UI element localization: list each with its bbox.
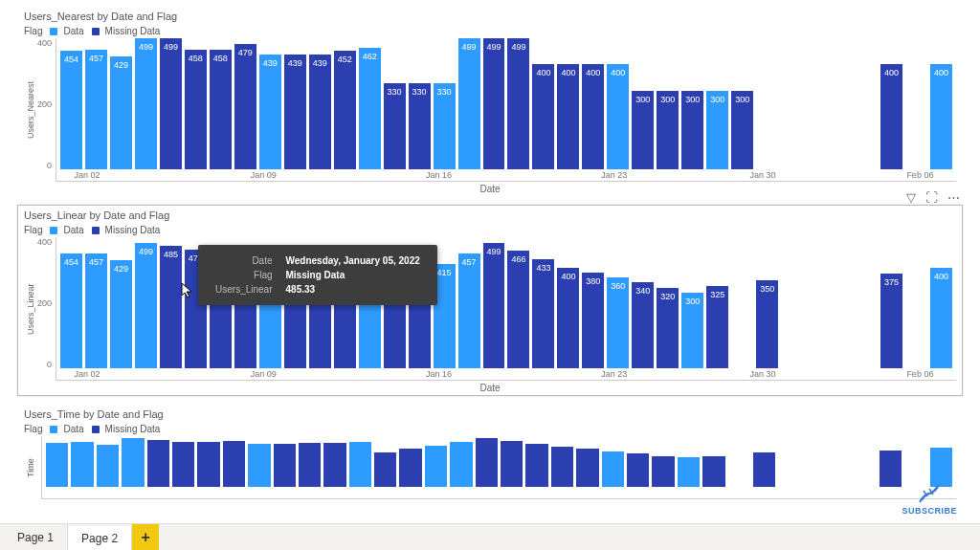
bar[interactable]: 330 bbox=[384, 83, 406, 169]
legend-item-missing[interactable]: Missing Data bbox=[92, 26, 161, 36]
bar[interactable]: 400 bbox=[557, 268, 579, 368]
bar[interactable] bbox=[880, 451, 902, 487]
bar[interactable] bbox=[525, 444, 547, 487]
bar[interactable] bbox=[501, 441, 523, 487]
bar[interactable] bbox=[147, 440, 169, 487]
bar[interactable]: 499 bbox=[135, 38, 157, 169]
bar[interactable]: 499 bbox=[483, 38, 505, 169]
bar[interactable]: 300 bbox=[657, 91, 679, 169]
bar[interactable]: 433 bbox=[532, 259, 554, 368]
bar[interactable]: 330 bbox=[409, 83, 431, 169]
bar[interactable] bbox=[753, 452, 775, 487]
filter-icon[interactable]: ▽ bbox=[906, 190, 916, 205]
bar[interactable] bbox=[223, 441, 245, 487]
bar[interactable] bbox=[576, 449, 598, 487]
bar[interactable]: 499 bbox=[507, 38, 529, 169]
bar[interactable] bbox=[627, 453, 649, 487]
bar[interactable] bbox=[122, 438, 144, 487]
bar[interactable]: 400 bbox=[532, 64, 554, 169]
bar[interactable] bbox=[299, 443, 321, 487]
bar[interactable]: 400 bbox=[930, 268, 952, 368]
bar[interactable] bbox=[930, 448, 952, 487]
bar[interactable]: 375 bbox=[880, 274, 902, 368]
bar[interactable]: 466 bbox=[507, 251, 529, 368]
legend-item-missing[interactable]: Missing Data bbox=[92, 424, 161, 434]
bar[interactable]: 454 bbox=[60, 253, 82, 368]
chart-legend: Flag Data Missing Data bbox=[24, 225, 956, 237]
bar[interactable]: 429 bbox=[110, 56, 132, 169]
bar[interactable]: 400 bbox=[607, 64, 629, 169]
bar[interactable]: 360 bbox=[607, 277, 629, 368]
bar[interactable]: 300 bbox=[632, 91, 654, 169]
bar[interactable] bbox=[97, 445, 119, 487]
bar[interactable] bbox=[71, 442, 93, 487]
bar[interactable] bbox=[46, 443, 68, 487]
bar[interactable] bbox=[450, 442, 472, 487]
bar[interactable]: 400 bbox=[880, 64, 902, 169]
legend-item-data[interactable]: Data bbox=[50, 225, 83, 235]
bar[interactable] bbox=[702, 456, 724, 487]
bar[interactable]: 400 bbox=[557, 64, 579, 169]
xaxis-tick: Feb 06 bbox=[906, 369, 933, 379]
bar[interactable]: 485 bbox=[160, 246, 182, 368]
bar[interactable]: 452 bbox=[334, 51, 356, 169]
legend-item-data[interactable]: Data bbox=[50, 26, 83, 36]
bar[interactable]: 380 bbox=[582, 273, 604, 368]
bar[interactable]: 457 bbox=[458, 253, 480, 368]
bar[interactable]: 499 bbox=[135, 243, 157, 368]
page-tab-1[interactable]: Page 1 bbox=[4, 524, 68, 550]
bar[interactable] bbox=[323, 443, 345, 487]
bar[interactable]: 300 bbox=[681, 91, 703, 169]
bar[interactable]: 457 bbox=[85, 253, 107, 368]
bar[interactable]: 300 bbox=[706, 91, 728, 169]
bar[interactable]: 300 bbox=[681, 293, 703, 368]
add-page-button[interactable]: + bbox=[132, 524, 159, 550]
plot-area[interactable]: 4544574294994994584584794394394394524623… bbox=[56, 38, 956, 182]
visual-users-nearest[interactable]: Users_Nearest by Date and Flag Flag Data… bbox=[17, 6, 963, 197]
page-tab-2[interactable]: Page 2 bbox=[68, 524, 132, 550]
bar[interactable] bbox=[476, 438, 498, 487]
bar[interactable]: 429 bbox=[110, 260, 132, 368]
bar[interactable]: 439 bbox=[259, 55, 281, 169]
bar[interactable]: 330 bbox=[434, 83, 456, 169]
bar[interactable] bbox=[374, 452, 396, 487]
more-icon[interactable]: ⋯ bbox=[947, 190, 960, 205]
bar[interactable]: 454 bbox=[60, 51, 82, 169]
visual-users-time[interactable]: Users_Time by Date and Flag Flag Data Mi… bbox=[17, 404, 963, 502]
visual-users-linear[interactable]: ▽ ⛶ ⋯ Users_Linear by Date and Flag Flag… bbox=[17, 205, 963, 396]
legend-item-missing[interactable]: Missing Data bbox=[92, 225, 161, 235]
plot-area[interactable] bbox=[41, 436, 956, 499]
bar[interactable] bbox=[425, 446, 447, 487]
bar[interactable] bbox=[602, 451, 624, 487]
bar[interactable] bbox=[172, 442, 194, 487]
bar[interactable]: 457 bbox=[85, 50, 107, 169]
bar[interactable]: 458 bbox=[210, 50, 232, 169]
bar[interactable] bbox=[274, 444, 296, 487]
bar[interactable]: 499 bbox=[160, 38, 182, 169]
bar[interactable] bbox=[349, 442, 371, 487]
bar[interactable]: 300 bbox=[731, 91, 753, 169]
bar[interactable] bbox=[197, 442, 219, 487]
bar[interactable]: 499 bbox=[483, 243, 505, 368]
legend-item-data[interactable]: Data bbox=[50, 424, 83, 434]
bar[interactable]: 340 bbox=[632, 282, 654, 368]
bar[interactable]: 458 bbox=[185, 50, 207, 169]
bar[interactable]: 499 bbox=[458, 38, 480, 169]
bar[interactable] bbox=[248, 444, 270, 487]
bar[interactable]: 325 bbox=[706, 286, 728, 368]
bar[interactable] bbox=[678, 457, 700, 487]
bar[interactable] bbox=[551, 447, 573, 487]
bar[interactable]: 320 bbox=[657, 288, 679, 368]
bar[interactable]: 400 bbox=[582, 64, 604, 169]
bar[interactable]: 479 bbox=[234, 44, 256, 169]
bar[interactable]: 439 bbox=[309, 55, 331, 169]
subscribe-badge[interactable]: SUBSCRIBE bbox=[902, 483, 957, 516]
plot-area[interactable]: 4544574294994854724584794394454514564623… bbox=[56, 237, 956, 381]
focus-icon[interactable]: ⛶ bbox=[925, 190, 938, 205]
bar[interactable]: 439 bbox=[284, 55, 306, 169]
bar[interactable]: 400 bbox=[930, 64, 952, 169]
bar[interactable] bbox=[652, 456, 674, 487]
bar[interactable]: 350 bbox=[756, 280, 778, 368]
bar[interactable] bbox=[399, 449, 421, 487]
bar[interactable]: 462 bbox=[359, 48, 381, 169]
